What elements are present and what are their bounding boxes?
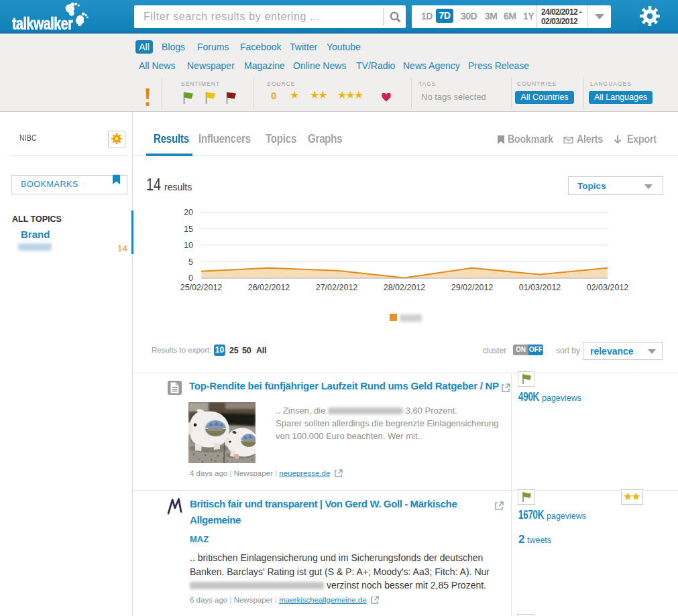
svg-text:26/02/2012: 26/02/2012 (248, 283, 290, 292)
svg-text:28/02/2012: 28/02/2012 (384, 283, 426, 292)
svg-text:01/03/2012: 01/03/2012 (519, 283, 561, 292)
svg-text:15: 15 (184, 225, 193, 234)
svg-text:29/02/2012: 29/02/2012 (451, 283, 494, 292)
svg-text:27/02/2012: 27/02/2012 (316, 283, 358, 292)
svg-text:0: 0 (188, 273, 193, 283)
svg-text:02/03/2012: 02/03/2012 (587, 283, 629, 292)
svg-text:25/02/2012: 25/02/2012 (180, 283, 223, 292)
svg-text:5: 5 (188, 257, 193, 267)
svg-text:20: 20 (184, 208, 193, 217)
svg-text:10: 10 (184, 241, 193, 250)
